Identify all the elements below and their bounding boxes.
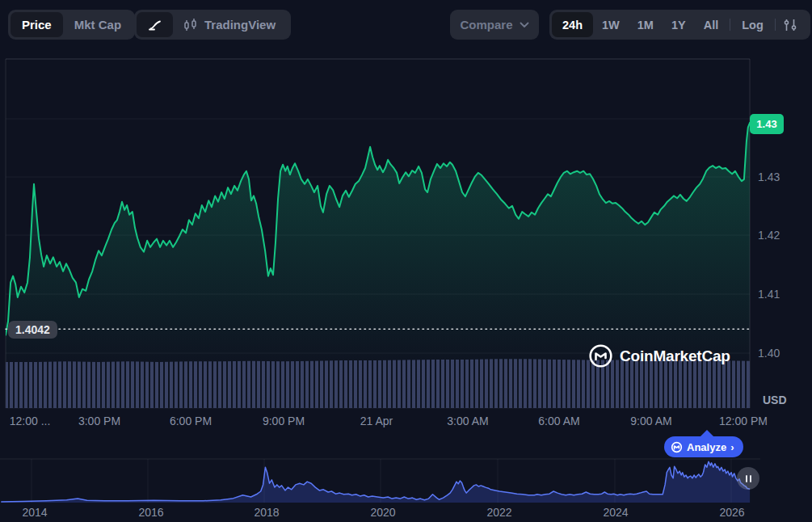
separator: [775, 19, 776, 31]
time-tick-label: 6:00 AM: [538, 415, 579, 427]
watermark-text: CoinMarketCap: [620, 347, 730, 365]
log-scale-toggle[interactable]: Log: [733, 19, 772, 32]
timeframe-selector: 24h 1W 1M 1Y All Log: [549, 10, 810, 40]
mkt-cap-tab-label: Mkt Cap: [74, 18, 121, 32]
price-tick-label: 1.41: [758, 288, 780, 301]
chart-type-toggle: TradingView: [134, 10, 291, 40]
year-tick-label: 2024: [603, 506, 628, 519]
chart-settings-button[interactable]: [778, 18, 802, 32]
current-price-badge: 1.43: [750, 114, 784, 134]
currency-label: USD: [763, 394, 787, 406]
analyze-button-label: Analyze: [687, 441, 726, 453]
year-tick-label: 2014: [22, 506, 47, 519]
pause-bars-icon: [746, 475, 747, 482]
coinmarketcap-logo-icon: [588, 343, 613, 368]
price-mktcap-toggle: Price Mkt Cap: [8, 10, 135, 40]
watermark: CoinMarketCap: [588, 343, 730, 368]
time-tick-label: 9:00 AM: [630, 415, 671, 427]
mkt-cap-tab[interactable]: Mkt Cap: [63, 12, 133, 37]
line-chart-tab[interactable]: [137, 12, 173, 37]
timeframe-1m[interactable]: 1M: [629, 19, 663, 32]
time-tick-label: 12:00 PM: [719, 415, 768, 427]
compare-button[interactable]: Compare: [450, 10, 539, 40]
separator: [730, 19, 730, 31]
price-tab[interactable]: Price: [11, 12, 63, 37]
coinmarketcap-chart-page: { "header": { "price_toggle": { "price":…: [0, 0, 812, 522]
price-tab-label: Price: [22, 18, 52, 32]
candlestick-icon: [183, 18, 199, 32]
timeframe-1y[interactable]: 1Y: [663, 19, 695, 32]
price-tick-label: 1.40: [758, 347, 780, 360]
timeline-pan-handle[interactable]: [737, 467, 759, 490]
analyze-button[interactable]: Analyze ›: [664, 436, 743, 457]
tradingview-tab-label: TradingView: [204, 18, 276, 32]
year-tick-label: 2022: [486, 506, 511, 519]
mini-history-chart[interactable]: [0, 459, 760, 503]
tradingview-tab[interactable]: TradingView: [173, 12, 288, 37]
year-tick-label: 2018: [254, 506, 279, 519]
timeframe-all[interactable]: All: [695, 19, 728, 32]
line-chart-icon: [147, 18, 162, 32]
time-tick-label: 6:00 PM: [170, 415, 212, 427]
time-tick-label: 3:00 PM: [78, 415, 120, 427]
analyze-logo-icon: [671, 441, 683, 453]
time-tick-label: 12:00 ...: [10, 415, 51, 427]
compare-button-label: Compare: [460, 18, 512, 32]
year-tick-label: 2020: [370, 506, 395, 519]
chevron-right-icon: ›: [730, 441, 734, 453]
chevron-down-icon: [520, 22, 529, 28]
price-tick-label: 1.43: [758, 170, 780, 183]
year-tick-label: 2016: [138, 506, 163, 519]
timeframe-1w[interactable]: 1W: [593, 19, 629, 32]
sliders-icon: [783, 18, 797, 32]
time-tick-label: 9:00 PM: [263, 415, 305, 427]
open-price-label: 1.4042: [8, 321, 57, 339]
price-tick-label: 1.42: [758, 229, 780, 242]
time-tick-label: 3:00 AM: [447, 415, 488, 427]
timeframe-24h[interactable]: 24h: [552, 12, 593, 37]
time-tick-label: 21 Apr: [360, 415, 393, 427]
year-tick-label: 2026: [719, 506, 744, 519]
